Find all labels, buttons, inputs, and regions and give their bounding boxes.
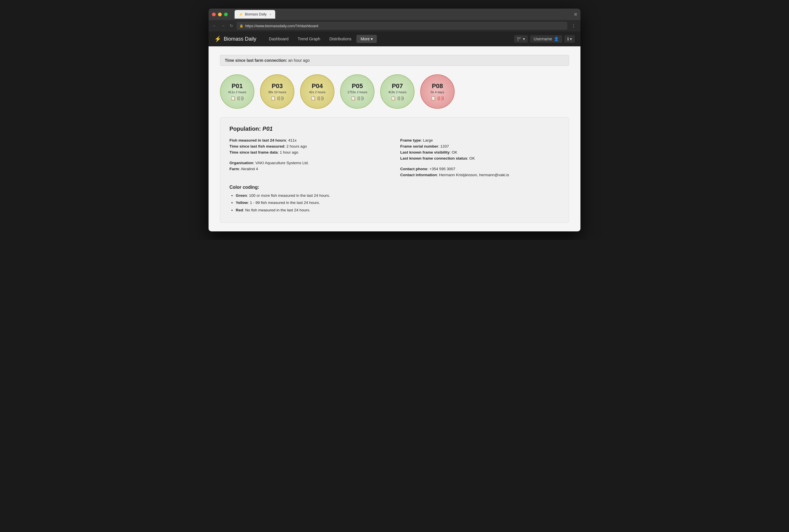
field-contact-info: Contact information: Hermann Kristjánsso… [400,172,560,178]
field-time-frame: Time since last frame data: 1 hour ago [229,149,389,155]
pen-p07-stats: 419x 2 hours [388,90,407,94]
maximize-window-button[interactable] [224,13,228,16]
color-coding-list: Green: 100 or more fish measured in the … [229,193,560,213]
field-frame-connection: Last known frame connection status: OK [400,155,560,161]
info-icon: ℹ [567,37,569,41]
wifi-icon: ((·)) [237,96,244,100]
wifi-icon: ((·)) [317,96,324,100]
wifi-icon: ((·)) [277,96,284,100]
clipboard-icon: 📋 [311,96,316,100]
population-heading: Population: P01 [229,126,560,132]
dropdown-arrow-icon: ▾ [371,37,373,41]
clipboard-icon: 📋 [270,96,276,100]
pen-p04[interactable]: P04 42x 2 hours 📋 ((·)) [300,74,334,109]
wifi-icon: ((·)) [397,96,404,100]
info-dropdown-arrow: ▾ [570,37,572,41]
browser-tab-active[interactable]: ⚡ Biomass Daily × [234,10,275,19]
pen-p08[interactable]: P08 0x 4 days 📋 ((·)) [420,74,455,109]
nav-trend-graph[interactable]: Trend Graph [294,35,324,43]
color-coding-title: Color coding: [229,185,560,190]
pen-p01[interactable]: P01 411x 2 hours 📋 ((·)) [220,74,254,109]
color-red-item: Red: No fish measured in the last 24 hou… [236,207,560,213]
field-frame-type: Frame type: Large [400,137,560,143]
pen-p08-stats: 0x 4 days [431,90,444,94]
pen-p08-icons: 📋 ((·)) [431,96,444,100]
clipboard-icon: 📋 [230,96,236,100]
flag-dropdown-arrow: ▾ [523,37,525,41]
pen-p07[interactable]: P07 419x 2 hours 📋 ((·)) [380,74,415,109]
color-coding-section: Color coding: Green: 100 or more fish me… [229,185,560,213]
pen-p01-id: P01 [231,83,243,90]
pen-p05[interactable]: P05 1753x 2 hours 📋 ((·)) [340,74,374,109]
lock-icon: 🔒 [240,24,243,28]
pens-row: P01 411x 2 hours 📋 ((·)) P03 39x 10 hour… [220,74,569,109]
pen-p04-icons: 📋 ((·)) [311,96,324,100]
clipboard-icon: 📋 [391,96,396,100]
close-window-button[interactable] [212,13,216,16]
field-fish-measured: Fish measured in last 24 hours: 411x [229,137,389,143]
info-right-col: Frame type: Large Frame serial number: 1… [400,137,560,178]
field-organisation: Organisation: VAKI Aquaculture Systems L… [229,160,389,166]
minimize-window-button[interactable] [218,13,222,16]
tab-area: ⚡ Biomass Daily × [234,10,275,19]
pen-p03-icons: 📋 ((·)) [270,96,284,100]
info-left-col: Fish measured in last 24 hours: 411x Tim… [229,137,389,178]
pen-p01-icons: 📋 ((·)) [230,96,244,100]
browser-menu-button[interactable]: ⋮ [569,22,578,30]
tab-close-button[interactable]: × [269,13,271,16]
pen-p05-stats: 1753x 2 hours [347,90,367,94]
username-button[interactable]: Username 👤 [530,35,562,43]
status-value: an hour ago [288,58,309,63]
browser-window: ⚡ Biomass Daily × ⊞ ← → ↻ 🔒 https://www.… [209,8,580,231]
info-panel: Population: P01 Fish measured in last 24… [220,117,569,223]
status-bar: Time since last farm connection: an hour… [220,55,569,66]
tab-favicon-icon: ⚡ [239,12,243,17]
flag-button[interactable]: 🏴 ▾ [514,35,528,43]
url-text: https://www.biomassdaily.com/?#/dashboar… [245,24,318,28]
wifi-icon: ((·)) [357,96,364,100]
nav-distributions[interactable]: Distributions [325,35,355,43]
color-yellow-item: Yellow: 1 - 99 fish measured in the last… [236,200,560,206]
app-navbar: ⚡ Biomass Daily Dashboard Trend Graph Di… [209,32,580,46]
flag-icon: 🏴 [517,37,522,41]
field-farm: Farm: Akralind 4 [229,166,389,172]
pen-p04-id: P04 [312,83,323,90]
pen-p08-id: P08 [432,83,443,90]
tab-title: Biomass Daily [245,12,267,16]
nav-more-dropdown[interactable]: More ▾ [356,35,377,43]
field-frame-serial: Frame serial number: 1337 [400,143,560,149]
field-frame-visibility: Last known frame visibility: OK [400,149,560,155]
pen-p04-stats: 42x 2 hours [309,90,325,94]
color-green-item: Green: 100 or more fish measured in the … [236,193,560,198]
forward-button[interactable]: → [220,22,226,29]
brand-name: Biomass Daily [224,36,256,42]
pen-p05-icons: 📋 ((·)) [351,96,364,100]
nav-right-area: 🏴 ▾ Username 👤 ℹ ▾ [514,35,575,43]
titlebar: ⚡ Biomass Daily × ⊞ [209,8,580,20]
clipboard-icon: 📋 [351,96,356,100]
clipboard-icon: 📋 [431,96,436,100]
pen-p07-icons: 📋 ((·)) [391,96,404,100]
page-content: Time since last farm connection: an hour… [209,46,580,231]
pen-p03-id: P03 [271,83,283,90]
pen-p01-stats: 411x 2 hours [228,90,246,94]
info-grid: Fish measured in last 24 hours: 411x Tim… [229,137,560,178]
field-time-fish: Time since last fish measured: 2 hours a… [229,143,389,149]
status-prefix: Time since last farm connection: [225,58,287,63]
user-icon: 👤 [554,37,559,41]
wifi-alert-icon: ((·)) [437,96,444,100]
info-button[interactable]: ℹ ▾ [564,35,575,43]
back-button[interactable]: ← [211,22,218,29]
username-label: Username [533,37,552,41]
field-contact-phone: Contact phone: +354 595 3007 [400,166,560,172]
brand-icon: ⚡ [214,36,221,42]
nav-links: Dashboard Trend Graph Distributions More… [265,35,514,43]
brand-area: ⚡ Biomass Daily [214,36,256,42]
nav-dashboard[interactable]: Dashboard [265,35,293,43]
addressbar: ← → ↻ 🔒 https://www.biomassdaily.com/?#/… [209,20,580,32]
pen-p03[interactable]: P03 39x 10 hours 📋 ((·)) [260,74,294,109]
pen-p03-stats: 39x 10 hours [268,90,286,94]
refresh-button[interactable]: ↻ [229,22,234,29]
titlebar-controls: ⊞ [574,12,577,16]
address-bar[interactable]: 🔒 https://www.biomassdaily.com/?#/dashbo… [237,22,567,30]
